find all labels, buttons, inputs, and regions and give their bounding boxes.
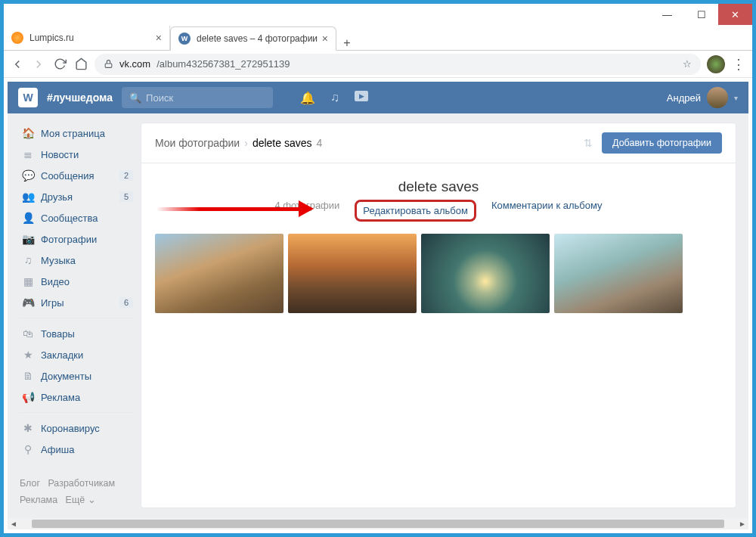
browser-menu-button[interactable]: ⋮ xyxy=(731,57,746,72)
sort-icon[interactable]: ⇅ xyxy=(584,137,593,149)
url-path: /album432567381_272951139 xyxy=(156,58,290,70)
sidebar-item-covid[interactable]: ✱Коронавирус xyxy=(20,417,133,439)
window-minimize-button[interactable]: — xyxy=(650,4,684,25)
photos-icon: 📷 xyxy=(21,233,35,245)
footer-devs-link[interactable]: Разработчикам xyxy=(48,478,115,489)
breadcrumb-count: 4 xyxy=(316,137,322,149)
badge: 5 xyxy=(119,191,133,202)
sidebar-item-games[interactable]: 🎮Игры6 xyxy=(20,292,133,313)
sidebar-item-video[interactable]: ▦Видео xyxy=(20,271,133,292)
scroll-left-button[interactable]: ◄ xyxy=(8,520,20,528)
events-icon: ⚲ xyxy=(21,443,35,455)
sidebar-item-bookmarks[interactable]: ★Закладки xyxy=(20,344,133,365)
sidebar-item-label: Сообщества xyxy=(41,213,98,224)
user-menu[interactable]: Андрей ▾ xyxy=(667,87,738,108)
edit-album-link[interactable]: Редактировать альбом xyxy=(355,200,476,222)
username: Андрей xyxy=(667,92,701,104)
video-icon: ▦ xyxy=(21,275,35,287)
sidebar-item-label: Музыка xyxy=(41,255,76,266)
vk-logo[interactable]: W xyxy=(18,88,38,107)
video-play-icon[interactable]: ▶ xyxy=(355,91,368,101)
sidebar-item-market[interactable]: 🛍Товары xyxy=(20,323,133,344)
horizontal-scrollbar[interactable]: ◄ ► xyxy=(8,518,748,529)
reload-button[interactable] xyxy=(52,57,67,72)
browser-tabs: Lumpics.ru × W delete saves – 4 фотограф… xyxy=(4,25,752,51)
album-comments-link[interactable]: Комментарии к альбому xyxy=(491,200,603,222)
covid-icon: ✱ xyxy=(21,422,35,434)
sidebar-item-label: Документы xyxy=(41,371,91,382)
sidebar-item-label: Фотографии xyxy=(41,234,97,245)
divider xyxy=(20,318,133,318)
sidebar-item-ads[interactable]: 📢Реклама xyxy=(20,386,133,408)
window-maximize-button[interactable]: ☐ xyxy=(684,4,718,25)
tab-vk-album[interactable]: W delete saves – 4 фотографии × xyxy=(170,26,336,51)
close-icon[interactable]: × xyxy=(322,33,328,45)
sidebar-item-news[interactable]: ≣Новости xyxy=(20,144,133,165)
sidebar-item-label: Сообщения xyxy=(41,170,94,182)
header-hashtag[interactable]: #лучшедома xyxy=(47,92,113,104)
sidebar-item-groups[interactable]: 👤Сообщества xyxy=(20,207,133,228)
music-icon[interactable]: ♫ xyxy=(330,91,339,105)
avatar xyxy=(707,87,728,108)
svg-rect-0 xyxy=(105,64,112,67)
ads-icon: 📢 xyxy=(21,391,35,403)
footer-ads-link[interactable]: Реклама xyxy=(20,495,57,505)
sidebar-item-friends[interactable]: 👥Друзья5 xyxy=(20,186,133,207)
footer-blog-link[interactable]: Блог xyxy=(20,478,40,489)
scroll-right-button[interactable]: ► xyxy=(736,520,748,528)
bookmark-star-icon[interactable]: ☆ xyxy=(683,58,692,70)
chevron-down-icon: ▾ xyxy=(734,94,738,102)
sidebar-item-messages[interactable]: 💬Сообщения2 xyxy=(20,165,133,186)
close-icon[interactable]: × xyxy=(156,32,162,44)
new-tab-button[interactable]: + xyxy=(336,36,358,50)
album-title-block: delete saves 4 фотографии Редактировать … xyxy=(141,163,736,225)
photo-thumbnail[interactable] xyxy=(288,234,417,313)
back-button[interactable] xyxy=(10,57,25,72)
home-button[interactable] xyxy=(73,57,88,72)
scroll-thumb[interactable] xyxy=(32,520,724,528)
window-close-button[interactable]: ✕ xyxy=(718,4,752,25)
sidebar-item-label: Реклама xyxy=(41,392,80,403)
badge: 2 xyxy=(119,170,133,181)
search-placeholder: Поиск xyxy=(146,92,173,104)
window-titlebar: — ☐ ✕ xyxy=(4,4,752,25)
photo-thumbnail[interactable] xyxy=(554,234,683,313)
lumpics-favicon xyxy=(11,32,23,44)
sidebar-item-events[interactable]: ⚲Афиша xyxy=(20,439,133,460)
photo-thumbnail[interactable] xyxy=(421,234,550,313)
docs-icon: 🗎 xyxy=(21,370,35,382)
sidebar-item-label: Афиша xyxy=(41,444,74,455)
breadcrumb-root[interactable]: Мои фотографии xyxy=(155,137,240,149)
friends-icon: 👥 xyxy=(21,191,35,203)
sidebar-item-music[interactable]: ♫Музыка xyxy=(20,250,133,271)
sidebar-item-label: Друзья xyxy=(41,191,73,203)
page-content: W #лучшедома 🔍 Поиск 🔔 ♫ ▶ Андрей ▾ 🏠Моя… xyxy=(8,82,748,518)
sidebar-item-photos[interactable]: 📷Фотографии xyxy=(20,228,133,250)
sidebar: 🏠Моя страница ≣Новости 💬Сообщения2 👥Друз… xyxy=(20,123,133,508)
sidebar-item-label: Коронавирус xyxy=(41,423,100,434)
browser-profile-button[interactable] xyxy=(707,55,725,73)
vk-header: W #лучшедома 🔍 Поиск 🔔 ♫ ▶ Андрей ▾ xyxy=(8,82,748,113)
sidebar-item-docs[interactable]: 🗎Документы xyxy=(20,365,133,386)
vk-favicon: W xyxy=(178,33,191,45)
badge: 6 xyxy=(119,297,133,308)
sidebar-item-label: Новости xyxy=(41,149,79,160)
chevron-right-icon: › xyxy=(244,137,248,149)
tab-lumpics[interactable]: Lumpics.ru × xyxy=(4,26,170,50)
add-photos-button[interactable]: Добавить фотографии xyxy=(602,132,722,154)
messages-icon: 💬 xyxy=(21,169,35,182)
photo-thumbnail[interactable] xyxy=(155,234,284,313)
search-input[interactable]: 🔍 Поиск xyxy=(122,87,273,108)
notifications-icon[interactable]: 🔔 xyxy=(300,91,315,105)
forward-button[interactable] xyxy=(31,57,46,72)
album-title: delete saves xyxy=(141,178,736,195)
browser-toolbar: vk.com/album432567381_272951139 ☆ ⋮ xyxy=(4,51,752,78)
market-icon: 🛍 xyxy=(21,327,35,340)
footer-more-link[interactable]: Ещё ⌄ xyxy=(66,495,96,505)
address-bar[interactable]: vk.com/album432567381_272951139 ☆ xyxy=(94,54,701,75)
album-header: Мои фотографии › delete saves 4 ⇅ Добави… xyxy=(141,123,736,163)
sidebar-item-profile[interactable]: 🏠Моя страница xyxy=(20,123,133,144)
bookmarks-icon: ★ xyxy=(21,349,35,361)
photo-grid xyxy=(141,225,736,331)
url-host: vk.com xyxy=(119,58,150,70)
